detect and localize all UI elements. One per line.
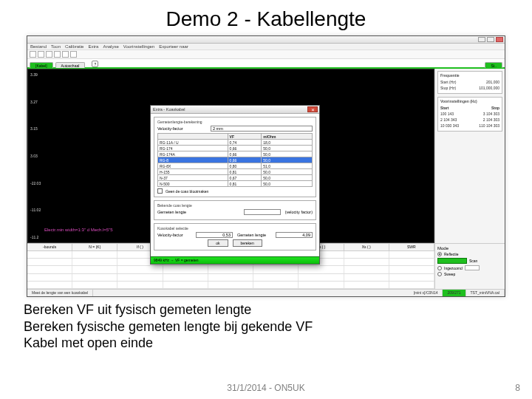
menu-item[interactable]: Bestand <box>30 44 47 49</box>
presets-group: Voorinstellingen (Hz) StartStop 100 1433… <box>437 97 502 132</box>
bullet-line: Kabel met open einde <box>24 335 508 352</box>
table-row <box>27 266 434 273</box>
tab-cable[interactable]: [Kabel] <box>30 62 53 68</box>
start-value: 201,000 <box>486 79 499 85</box>
window-title-bar <box>27 36 505 44</box>
table-row <box>27 282 434 289</box>
dialog-section-vf: Gemetenlengte-berekening Velocity-factor… <box>154 117 316 197</box>
table-row <box>27 274 434 282</box>
bullet-line: Bereken VF uit fysisch gemeten lengte <box>24 301 508 318</box>
side-panel: Frequentie Start (Hz)201,000 Stop (Hz)10… <box>434 69 505 243</box>
ok-button[interactable]: ok <box>208 239 228 247</box>
menu-item[interactable]: Calibratie <box>65 44 83 49</box>
dialog-title-bar: Extra - Koaxkabel ✕ <box>151 106 319 114</box>
group-title: Frequentie <box>440 73 499 78</box>
checkbox-label: Geen de coax blootmaken <box>166 189 208 194</box>
mode-title: Mode <box>437 246 502 250</box>
dialog-status-bar: 9849 kHz → VF = gemeten <box>151 256 319 264</box>
close-button[interactable] <box>496 37 503 42</box>
tab-st[interactable]: St.. <box>485 62 502 68</box>
toolbar-button[interactable] <box>54 51 61 58</box>
vf-label: Velocity-factor <box>157 126 208 131</box>
menu-item[interactable]: Exporteer naar <box>159 44 188 49</box>
section-title: Gemetenlengte-berekening <box>157 120 313 124</box>
calculate-button[interactable]: bereken <box>233 239 262 247</box>
table-row[interactable]: RG-8X0,8051,0 <box>158 163 313 169</box>
coax-dialog: Extra - Koaxkabel ✕ Gemetenlengte-bereke… <box>150 105 320 265</box>
toolbar <box>27 50 505 59</box>
slide-title: Demo 2 - Kabellengte <box>0 0 532 35</box>
dialog-close-button[interactable]: ✕ <box>307 106 318 112</box>
bullet-line: Bereken fysische gemeten lengte bij geke… <box>24 318 508 335</box>
table-row[interactable]: RG-174A0,6650,0 <box>158 151 313 157</box>
mode-panel: Mode Reflectie Scan Ingezoomd Sweep <box>434 244 505 289</box>
menu-item[interactable]: Analyse <box>103 44 118 49</box>
preset-row[interactable]: 100 1433 104 303 <box>440 111 499 117</box>
length-field[interactable]: 4,09 <box>276 232 313 238</box>
toolbar-button[interactable] <box>30 51 36 58</box>
tab-autoscale[interactable]: Autoschaal <box>55 62 86 68</box>
vf-field-label: Velocity-factor <box>157 233 191 237</box>
toolbar-button[interactable] <box>62 51 69 58</box>
dialog-title: Extra - Koaxkabel <box>153 107 185 112</box>
vf-table: VF m/Ohm RG-11A / U0,7418,0 RG-1740,6650… <box>157 133 313 187</box>
status-mid: [mini x]/C0N14 <box>409 290 443 296</box>
vf-combo[interactable]: 2 mm <box>211 126 313 132</box>
preset-row[interactable]: 2 104 3432 104 303 <box>440 117 499 123</box>
scan-button[interactable] <box>437 258 467 264</box>
radio-zoom[interactable] <box>437 266 442 270</box>
table-row[interactable]: RG-11A / U0,7418,0 <box>158 140 313 146</box>
status-cal: TST_miniVNA.cal <box>466 290 505 296</box>
maximize-button[interactable] <box>487 37 494 42</box>
graph-annotation: Electr.min width=1:3" d Mech.l=5"5 <box>44 228 113 232</box>
slide-body: Bereken VF uit fysisch gemeten lengte Be… <box>24 301 508 352</box>
toolbar-button[interactable] <box>70 51 77 58</box>
menu-item[interactable]: Toon <box>51 44 61 49</box>
menu-item[interactable]: Extra <box>88 44 98 49</box>
stop-label: Stop (Hz) <box>440 85 456 91</box>
frequency-group: Frequentie Start (Hz)201,000 Stop (Hz)10… <box>437 71 502 94</box>
minimize-button[interactable] <box>478 37 485 42</box>
length-field-label: Gemeten lengte <box>237 233 271 237</box>
group-title: Voorinstellingen (Hz) <box>440 99 499 103</box>
page-number: 8 <box>515 383 520 393</box>
y-axis-ticks: 3.39 3.27 3.15 3.03 -22.03 -11.02 -11.2 <box>30 72 41 239</box>
status-bar: Meet de lengte van een koaxkabel [mini x… <box>27 289 505 296</box>
help-icon[interactable]: ? <box>92 61 98 67</box>
status-left: Meet de lengte van een koaxkabel <box>27 290 93 296</box>
section-title: Koaxkabel selectie <box>157 226 313 231</box>
dialog-section-coax-select: Koaxkabel selectie Velocity-factor 0,53 … <box>154 223 316 250</box>
table-row[interactable]: H-1550,8150,0 <box>158 169 313 175</box>
unit-label: (velocity factor) <box>285 210 313 214</box>
table-row[interactable]: RG-1740,6650,0 <box>158 146 313 151</box>
dialog-section-known-length: Bekende coax lengte Gemeten lengte (velo… <box>154 200 316 220</box>
radio-reflectie[interactable] <box>437 252 442 256</box>
table-row[interactable]: N-5000,8150,0 <box>158 181 313 187</box>
measured-length-label: Gemeten lengte <box>157 210 239 214</box>
vf-field[interactable]: 0,53 <box>196 232 233 238</box>
stop-value: 101,000,000 <box>479 85 499 91</box>
status-progress: 209/271 <box>443 290 466 296</box>
menu-bar: Bestand Toon Calibratie Extra Analyse Vo… <box>27 44 505 50</box>
table-row[interactable]: N-370,6750,0 <box>158 175 313 181</box>
tab-strip: [Kabel] Autoschaal ? St.. <box>27 59 505 67</box>
menu-item[interactable]: Voorinstellingen <box>123 44 154 49</box>
start-label: Start (Hz) <box>440 79 456 85</box>
preset-row[interactable]: 10 030 343110 104 303 <box>440 123 499 129</box>
section-title: Bekende coax lengte <box>157 203 313 208</box>
toolbar-button[interactable] <box>38 51 44 58</box>
zoom-input[interactable] <box>465 265 480 270</box>
slide-footer: 31/1/2014 - ON5UK <box>0 383 532 393</box>
checkbox-expose[interactable] <box>157 188 163 194</box>
toolbar-button[interactable] <box>46 51 52 58</box>
radio-sweep[interactable] <box>437 272 442 276</box>
app-window: Bestand Toon Calibratie Extra Analyse Vo… <box>27 35 505 297</box>
table-row-selected[interactable]: RG-80,6650,0 <box>158 157 313 163</box>
measured-length-input[interactable] <box>244 209 281 215</box>
